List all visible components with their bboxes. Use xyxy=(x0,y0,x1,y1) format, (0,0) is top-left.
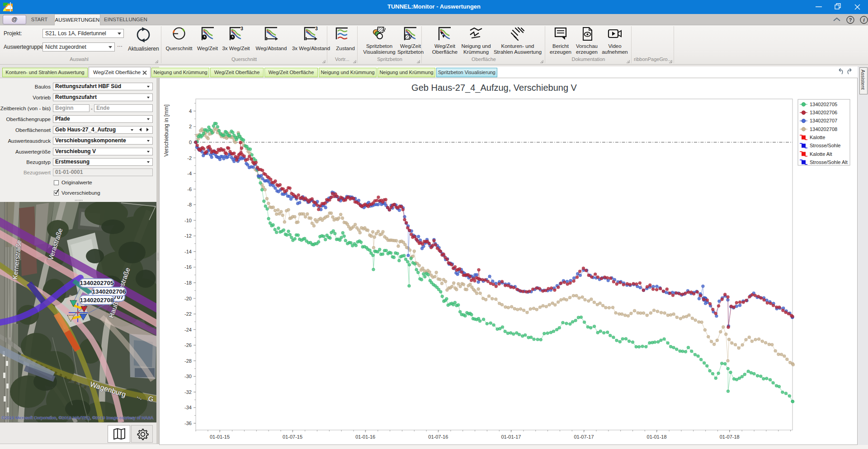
svg-text:01-07-18: 01-07-18 xyxy=(720,434,740,440)
svg-text:1340202708: 1340202708 xyxy=(80,297,114,304)
svg-text:Strosse/Sohle: Strosse/Sohle xyxy=(810,143,840,148)
svg-text:01-07-16: 01-07-16 xyxy=(428,434,448,440)
svg-text:4: 4 xyxy=(189,108,192,114)
svg-text:1340202705: 1340202705 xyxy=(810,102,837,107)
svg-text:1340202706: 1340202706 xyxy=(810,110,837,115)
svg-text:1340202708: 1340202708 xyxy=(810,126,837,132)
svg-text:-10: -10 xyxy=(184,218,192,223)
svg-text:-34: -34 xyxy=(184,405,192,410)
svg-text:Kalotte: Kalotte xyxy=(810,135,825,140)
svg-text:?: ? xyxy=(849,17,852,23)
svg-text:-16: -16 xyxy=(184,264,192,270)
svg-text:2: 2 xyxy=(189,124,192,129)
svg-text:01-07-15: 01-07-15 xyxy=(283,434,302,440)
svg-text:-32: -32 xyxy=(184,389,192,395)
svg-text:01-01-16: 01-01-16 xyxy=(355,434,375,440)
svg-text:3: 3 xyxy=(241,26,243,31)
svg-text:1340202706: 1340202706 xyxy=(92,288,126,295)
svg-text:3: 3 xyxy=(315,26,318,31)
svg-text:i: i xyxy=(863,17,865,23)
svg-text:0: 0 xyxy=(189,140,192,145)
svg-text:01-01-15: 01-01-15 xyxy=(210,434,230,440)
svg-text:01-01-18: 01-01-18 xyxy=(647,434,667,440)
svg-text:-8: -8 xyxy=(187,202,192,207)
svg-text:-12: -12 xyxy=(184,233,192,239)
svg-text:Strosse/Sohle Alt: Strosse/Sohle Alt xyxy=(810,159,848,165)
svg-text:©2019 Microsoft Corporation, ©: ©2019 Microsoft Corporation, ©2019 NAVTE… xyxy=(1,415,154,420)
svg-text:-28: -28 xyxy=(184,358,192,364)
svg-text:1340202707: 1340202707 xyxy=(810,118,837,123)
svg-text:-26: -26 xyxy=(184,342,192,348)
svg-text:-18: -18 xyxy=(184,280,192,285)
svg-text:-30: -30 xyxy=(184,374,192,379)
svg-text:-14: -14 xyxy=(184,249,192,254)
svg-text:Geb Haus-27_4_Aufzug, Verschie: Geb Haus-27_4_Aufzug, Verschiebung V xyxy=(411,83,577,93)
svg-text:01-01-17: 01-01-17 xyxy=(501,434,521,440)
svg-text:-2: -2 xyxy=(187,155,192,161)
svg-text:-24: -24 xyxy=(184,327,192,332)
svg-text:-36: -36 xyxy=(184,421,192,426)
svg-text:1340202705: 1340202705 xyxy=(80,280,114,286)
svg-text:-22: -22 xyxy=(184,311,192,317)
svg-text:Verschiebung in [mm]: Verschiebung in [mm] xyxy=(163,104,170,156)
svg-text:-4: -4 xyxy=(187,171,192,176)
svg-text:Kalotte Alt: Kalotte Alt xyxy=(810,151,832,157)
svg-text:01-07-17: 01-07-17 xyxy=(574,434,594,440)
svg-text:-6: -6 xyxy=(187,187,192,192)
svg-text:-20: -20 xyxy=(184,296,192,301)
